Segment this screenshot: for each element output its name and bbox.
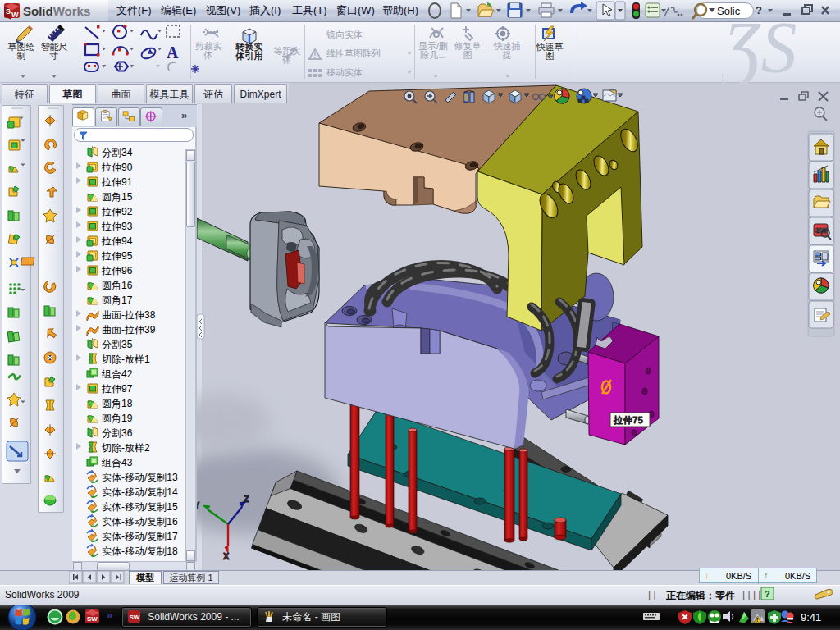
svg-text:!: ! [756, 617, 758, 623]
svg-text:拉伸75: 拉伸75 [613, 415, 643, 425]
svg-text:S: S [6, 7, 11, 16]
svg-text:9:41: 9:41 [801, 611, 821, 623]
svg-text:A: A [167, 43, 179, 62]
svg-text:»: » [107, 609, 112, 621]
svg-text:W: W [11, 11, 19, 19]
svg-text:?: ? [765, 589, 770, 599]
svg-text:SW: SW [130, 614, 140, 621]
svg-text:SW: SW [87, 615, 98, 623]
svg-text:X: X [223, 551, 230, 561]
svg-text:SolidWorks: SolidWorks [23, 4, 90, 18]
svg-text:Z: Z [244, 494, 249, 504]
